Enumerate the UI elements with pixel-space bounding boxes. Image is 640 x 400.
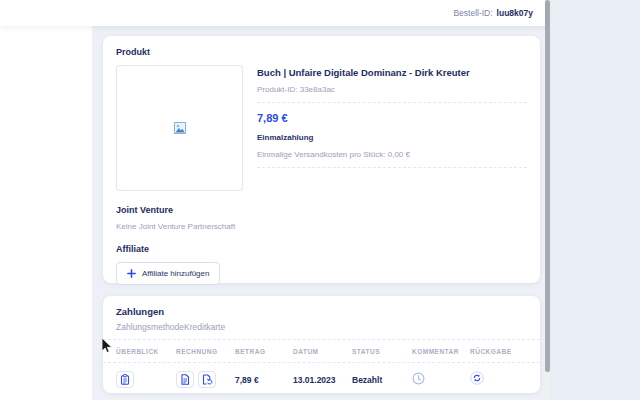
status-cell: Bezahlt (352, 375, 412, 385)
column-header-betrag: BETRAG (235, 348, 293, 355)
invoice-cell (176, 371, 235, 388)
plus-icon (127, 269, 136, 278)
document-refresh-icon (202, 374, 213, 385)
product-image-placeholder (116, 65, 243, 191)
joint-venture-status: Keine Joint Venture Partnerschaft (116, 222, 527, 231)
comment-cell (412, 371, 470, 389)
payment-method-value: Kreditkarte (184, 322, 225, 332)
column-header-rechnung: RECHNUNG (176, 348, 235, 355)
amount-cell: 7,89 € (235, 375, 293, 385)
order-header-bar: Bestell-ID: luu8k07y (0, 0, 545, 26)
clock-icon (412, 372, 425, 385)
add-affiliate-label: Affiliate hinzufügen (142, 269, 209, 278)
date-cell: 13.01.2023 (293, 375, 352, 385)
column-header-rueckgabe: RÜCKGABE (470, 348, 527, 355)
shipping-note: Einmalige Versandkosten pro Stück: 0,00 … (257, 150, 527, 159)
scrollbar-thumb[interactable] (545, 0, 550, 372)
refund-button[interactable] (470, 371, 484, 385)
product-card: Produkt Buch | Unfaire Digitale Dominanz… (103, 36, 540, 283)
column-header-ueberblick: ÜBERBLICK (116, 348, 176, 355)
mouse-cursor (101, 337, 113, 354)
product-id-label: Produkt-ID: (257, 85, 297, 94)
overview-button[interactable] (116, 371, 134, 388)
payment-table-row: 7,89 € 13.01.2023 Bezahlt (103, 363, 540, 393)
clipboard-icon (120, 374, 130, 385)
circular-arrows-icon (470, 371, 484, 385)
payments-card: Zahlungen ZahlungsmethodeKreditkarte ÜBE… (103, 296, 540, 393)
column-header-datum: DATUM (293, 348, 352, 355)
broken-image-icon (174, 122, 186, 134)
divider (257, 167, 527, 168)
invoice-button[interactable] (176, 371, 194, 388)
add-affiliate-button[interactable]: Affiliate hinzufügen (116, 262, 220, 285)
payment-type: Einmalzahlung (257, 133, 527, 142)
product-info: Buch | Unfaire Digitale Dominanz - Dirk … (257, 65, 527, 191)
invoice-document-icon (180, 374, 190, 385)
order-id-label: Bestell-ID: (453, 8, 492, 18)
payment-method-label: Zahlungsmethode (116, 322, 184, 332)
divider (257, 102, 527, 103)
affiliate-title: Affiliate (116, 244, 527, 254)
product-id-value: 33e8a3ac (300, 85, 335, 94)
refund-cell (470, 371, 527, 389)
payments-table-header: ÜBERBLICK RECHNUNG BETRAG DATUM STATUS K… (103, 340, 540, 362)
product-id: Produkt-ID: 33e8a3ac (257, 85, 527, 94)
joint-venture-title: Joint Venture (116, 205, 527, 215)
product-section-title: Produkt (116, 47, 527, 57)
payments-title: Zahlungen (116, 306, 527, 317)
column-header-kommentar: KOMMENTAR (412, 348, 470, 355)
page-background-strip (550, 0, 640, 400)
credit-note-button[interactable] (198, 371, 216, 388)
payments-head: Zahlungen ZahlungsmethodeKreditkarte (103, 296, 540, 339)
payment-method-line: ZahlungsmethodeKreditkarte (116, 322, 527, 332)
product-name: Buch | Unfaire Digitale Dominanz - Dirk … (257, 67, 527, 79)
order-id-value: luu8k07y (497, 8, 533, 18)
comment-button[interactable] (412, 372, 425, 385)
column-header-status: STATUS (352, 348, 412, 355)
overview-cell (116, 371, 176, 389)
product-price: 7,89 € (257, 112, 527, 124)
product-row: Buch | Unfaire Digitale Dominanz - Dirk … (116, 65, 527, 191)
